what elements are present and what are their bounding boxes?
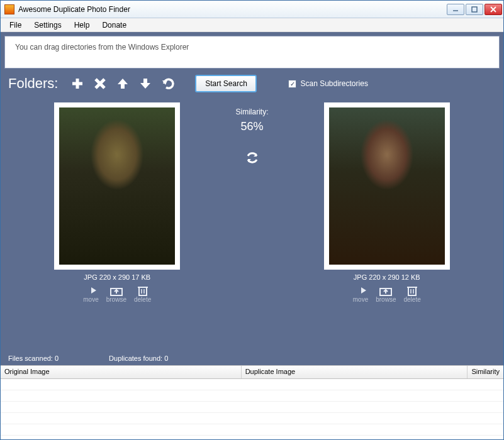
- right-browse-button[interactable]: browse: [376, 285, 396, 303]
- folder-up-icon: [379, 285, 393, 296]
- undo-icon: [161, 77, 175, 91]
- maximize-button[interactable]: [466, 4, 483, 15]
- scan-subdirs-label: Scan Subdirectories: [300, 79, 367, 88]
- start-search-button[interactable]: Start Search: [195, 75, 257, 92]
- similarity-label: Similarity:: [235, 107, 268, 116]
- arrow-down-icon: [138, 77, 152, 91]
- delete-label: delete: [134, 296, 151, 303]
- x-icon: [93, 77, 107, 91]
- trash-icon: [405, 285, 419, 296]
- maximize-icon: [471, 6, 478, 13]
- refresh-icon: [244, 150, 260, 166]
- add-folder-button[interactable]: [69, 75, 86, 92]
- minimize-icon: [452, 6, 459, 13]
- close-button[interactable]: [484, 4, 502, 15]
- body-area: You can drag directories from the Window…: [1, 32, 503, 351]
- right-image-actions: move browse delete: [353, 285, 421, 303]
- arrow-right-icon: [84, 285, 98, 296]
- results-body[interactable]: [1, 379, 503, 439]
- minimize-button[interactable]: [447, 4, 464, 15]
- remove-folder-button[interactable]: [92, 75, 108, 92]
- right-image[interactable]: [329, 107, 445, 265]
- left-image-actions: move browse delete: [83, 285, 151, 303]
- right-image-panel: JPG 220 x 290 12 KB move browse delete: [274, 99, 500, 348]
- table-row: [1, 379, 503, 390]
- browse-label: browse: [106, 296, 126, 303]
- move-label: move: [83, 296, 98, 303]
- left-delete-button[interactable]: delete: [134, 285, 151, 303]
- col-similarity[interactable]: Similarity: [468, 366, 503, 378]
- col-original[interactable]: Original Image: [1, 366, 242, 378]
- left-browse-button[interactable]: browse: [106, 285, 126, 303]
- table-row: [1, 390, 503, 402]
- app-window: Awesome Duplicate Photo Finder File Sett…: [0, 0, 504, 440]
- close-icon: [490, 6, 496, 13]
- results-header: Original Image Duplicate Image Similarit…: [1, 365, 503, 379]
- move-label: move: [353, 296, 368, 303]
- left-image-frame: [54, 102, 180, 270]
- right-move-button[interactable]: move: [353, 285, 368, 303]
- move-up-button[interactable]: [115, 75, 131, 92]
- window-title: Awesome Duplicate Photo Finder: [18, 5, 447, 14]
- right-delete-button[interactable]: delete: [403, 285, 420, 303]
- menu-settings[interactable]: Settings: [28, 19, 67, 31]
- svg-rect-9: [139, 287, 147, 295]
- files-scanned-label: Files scanned: 0: [8, 355, 59, 362]
- menubar: File Settings Help Donate: [1, 18, 503, 32]
- table-row: [1, 413, 503, 424]
- app-icon: [4, 4, 14, 14]
- left-image-meta: JPG 220 x 290 17 KB: [84, 273, 150, 281]
- drop-hint-text: You can drag directories from the Window…: [15, 43, 189, 52]
- window-controls: [447, 4, 502, 15]
- arrow-right-icon: [354, 285, 367, 296]
- left-image[interactable]: [59, 107, 175, 265]
- compare-area: JPG 220 x 290 17 KB move browse delete: [4, 99, 500, 348]
- svg-rect-14: [408, 287, 416, 295]
- reset-button[interactable]: [160, 75, 176, 92]
- menu-help[interactable]: Help: [68, 19, 96, 31]
- folders-toolbar: Folders: Start Search ✓ Scan Subdirector…: [4, 72, 500, 95]
- folder-drop-panel[interactable]: You can drag directories from the Window…: [4, 36, 500, 69]
- checkbox-icon: ✓: [288, 80, 296, 88]
- move-down-button[interactable]: [137, 75, 154, 92]
- left-move-button[interactable]: move: [83, 285, 98, 303]
- right-image-frame: [324, 102, 450, 270]
- delete-label: delete: [403, 296, 420, 303]
- arrow-up-icon: [116, 77, 130, 91]
- menu-donate[interactable]: Donate: [96, 19, 133, 31]
- trash-icon: [136, 285, 150, 296]
- right-image-meta: JPG 220 x 290 12 KB: [354, 273, 420, 281]
- menu-file[interactable]: File: [3, 19, 28, 31]
- scan-subdirs-checkbox[interactable]: ✓ Scan Subdirectories: [288, 79, 367, 88]
- table-row: [1, 402, 503, 413]
- similarity-value: 56%: [240, 120, 263, 133]
- col-duplicate[interactable]: Duplicate Image: [242, 366, 468, 378]
- left-image-panel: JPG 220 x 290 17 KB move browse delete: [4, 99, 230, 348]
- browse-label: browse: [376, 296, 396, 303]
- status-strip: Files scanned: 0 Duplicates found: 0: [1, 351, 503, 365]
- folders-label: Folders:: [8, 75, 58, 92]
- folder-up-icon: [109, 285, 123, 296]
- titlebar: Awesome Duplicate Photo Finder: [1, 1, 503, 18]
- similarity-column: Similarity: 56%: [233, 99, 272, 348]
- svg-rect-1: [472, 7, 477, 12]
- duplicates-found-label: Duplicates found: 0: [109, 355, 168, 362]
- table-row: [1, 424, 503, 436]
- swap-button[interactable]: [244, 150, 260, 168]
- plus-icon: [70, 77, 84, 91]
